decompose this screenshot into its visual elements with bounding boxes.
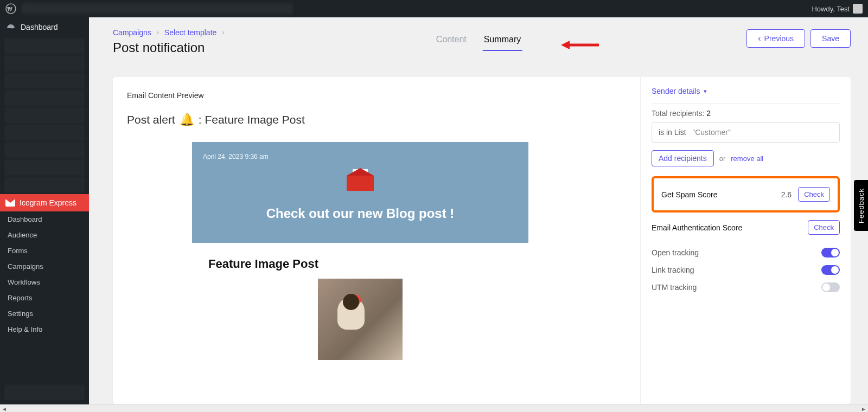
- open-tracking-row: Open tracking: [652, 248, 840, 258]
- email-auth-row: Email Authentication Score Check: [652, 220, 840, 235]
- chevron-down-icon: ▾: [704, 88, 707, 95]
- email-auth-label: Email Authentication Score: [652, 223, 742, 232]
- avatar-icon: [853, 4, 863, 14]
- sidebar-active-label: Icegram Express: [20, 198, 76, 207]
- email-content: Feature Image Post: [192, 243, 528, 360]
- summary-settings-panel: Sender details ▾ Total recipients: 2 is …: [640, 77, 851, 404]
- recipients-actions: Add recipients or remove all: [652, 150, 840, 166]
- recipient-list-chip[interactable]: is in List "Customer": [652, 122, 840, 143]
- email-subject: Post alert 🔔 : Feature Image Post: [127, 113, 626, 127]
- summary-card: Email Content Preview Post alert 🔔 : Fea…: [113, 77, 851, 404]
- email-date: April 24, 2023 9:36 am: [203, 153, 518, 160]
- add-recipients-button[interactable]: Add recipients: [652, 150, 714, 166]
- horizontal-scrollbar[interactable]: ◄ ►: [0, 404, 868, 412]
- adminbar-greeting: Howdy, Test: [812, 5, 850, 13]
- preview-section-label: Email Content Preview: [127, 91, 626, 100]
- breadcrumb-select-template[interactable]: Select template: [164, 28, 217, 37]
- recipients-count: 2: [706, 109, 711, 118]
- mail-icon: [347, 169, 374, 191]
- email-header: April 24, 2023 9:36 am Check out our new…: [192, 142, 528, 243]
- submenu-settings[interactable]: Settings: [0, 306, 89, 321]
- tab-summary[interactable]: Summary: [483, 33, 522, 51]
- sidebar-blurred-item: [4, 38, 85, 54]
- sidebar-collapse-blurred: [4, 385, 85, 400]
- wizard-tabs: Content Summary: [435, 33, 522, 51]
- page-header: Campaigns › Select template › Post notif…: [89, 17, 868, 55]
- sidebar-blurred-item: [4, 55, 85, 72]
- email-post-title: Feature Image Post: [208, 257, 512, 271]
- sidebar-blurred-item: [4, 73, 85, 89]
- sender-details-toggle[interactable]: Sender details ▾: [652, 87, 840, 101]
- email-preview-panel: Email Content Preview Post alert 🔔 : Fea…: [113, 77, 640, 404]
- sidebar-blurred-item: [4, 159, 85, 176]
- list-value: "Customer": [692, 128, 731, 137]
- scroll-right-icon[interactable]: ►: [859, 405, 868, 412]
- link-tracking-label: Link tracking: [652, 266, 694, 274]
- remove-all-link[interactable]: remove all: [731, 154, 763, 163]
- adminbar-account[interactable]: Howdy, Test: [812, 4, 863, 14]
- link-tracking-toggle[interactable]: [821, 265, 840, 275]
- sidebar-blurred-item: [4, 90, 85, 106]
- or-text: or: [719, 154, 726, 163]
- open-tracking-label: Open tracking: [652, 248, 699, 257]
- header-actions: Previous Save: [746, 29, 851, 48]
- bell-icon: 🔔: [180, 113, 194, 127]
- save-button[interactable]: Save: [810, 29, 851, 48]
- divider: [652, 103, 840, 104]
- sidebar-submenu: Dashboard Audience Forms Campaigns Workf…: [0, 211, 89, 337]
- sidebar-item-dashboard[interactable]: Dashboard: [0, 17, 89, 37]
- envelope-icon: [5, 199, 15, 207]
- subject-suffix: : Feature Image Post: [199, 113, 305, 126]
- submenu-audience[interactable]: Audience: [0, 227, 89, 243]
- breadcrumb-campaigns[interactable]: Campaigns: [113, 28, 151, 37]
- list-prefix: is in List: [659, 128, 686, 137]
- sidebar-blurred-item: [4, 142, 85, 158]
- utm-tracking-label: UTM tracking: [652, 283, 697, 292]
- submenu-forms[interactable]: Forms: [0, 243, 89, 259]
- wp-admin-bar: Howdy, Test: [0, 0, 868, 17]
- spam-score-box: Get Spam Score 2.6 Check: [652, 176, 840, 213]
- chevron-right-icon: ›: [157, 29, 159, 36]
- open-tracking-toggle[interactable]: [821, 248, 840, 258]
- email-headline: Check out our new Blog post !: [203, 206, 518, 221]
- link-tracking-row: Link tracking: [652, 265, 840, 275]
- total-recipients: Total recipients: 2: [652, 109, 840, 118]
- submenu-help-info[interactable]: Help & Info: [0, 321, 89, 337]
- wp-admin-sidebar: Dashboard Icegram Express Dashboard Audi…: [0, 17, 89, 404]
- tab-content[interactable]: Content: [435, 33, 468, 51]
- submenu-reports[interactable]: Reports: [0, 290, 89, 306]
- scroll-left-icon[interactable]: ◄: [0, 405, 9, 412]
- chevron-left-icon: [758, 34, 761, 43]
- subject-prefix: Post alert: [127, 113, 175, 126]
- save-label: Save: [822, 34, 839, 43]
- spam-score-value: 2.6: [781, 190, 792, 199]
- wordpress-logo-icon[interactable]: [5, 3, 16, 14]
- sidebar-dashboard-label: Dashboard: [21, 23, 58, 31]
- utm-tracking-row: UTM tracking: [652, 282, 840, 292]
- previous-label: Previous: [764, 34, 794, 43]
- sidebar-blurred-item: [4, 107, 85, 124]
- adminbar-blurred-items: [22, 3, 293, 14]
- main-content: Campaigns › Select template › Post notif…: [89, 17, 868, 404]
- email-body-preview: April 24, 2023 9:36 am Check out our new…: [192, 142, 528, 360]
- sidebar-blurred-item: [4, 125, 85, 141]
- utm-tracking-toggle[interactable]: [821, 282, 840, 292]
- chevron-right-icon: ›: [222, 29, 224, 36]
- previous-button[interactable]: Previous: [746, 29, 805, 48]
- sidebar-blurred-item: [4, 177, 85, 193]
- sender-details-label: Sender details: [652, 87, 700, 95]
- submenu-dashboard[interactable]: Dashboard: [0, 211, 89, 227]
- submenu-campaigns[interactable]: Campaigns: [0, 259, 89, 274]
- dashboard-icon: [5, 22, 16, 33]
- recipients-label: Total recipients:: [652, 109, 704, 118]
- check-auth-button[interactable]: Check: [808, 220, 840, 235]
- feedback-tab[interactable]: Feedback: [854, 180, 868, 231]
- spam-score-label: Get Spam Score: [661, 190, 718, 199]
- check-spam-button[interactable]: Check: [798, 187, 830, 202]
- sidebar-item-icegram-express[interactable]: Icegram Express: [0, 194, 89, 211]
- submenu-workflows[interactable]: Workflows: [0, 274, 89, 290]
- email-feature-image: [318, 279, 403, 360]
